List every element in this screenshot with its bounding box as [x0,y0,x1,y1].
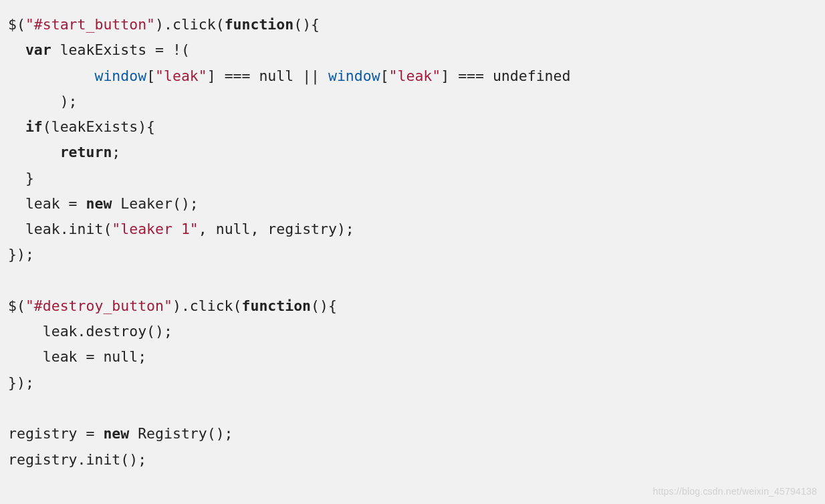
string-token: "#start_button" [25,16,155,33]
keyword-token: return [60,144,112,160]
identifier-token: window [94,68,146,84]
string-token: "leak" [155,68,207,84]
string-token: "leak" [389,68,441,84]
string-token: "leaker 1" [112,221,198,237]
keyword-token: new [86,195,112,212]
watermark-text: https://blog.csdn.net/weixin_45794138 [653,483,817,500]
keyword-token: function [225,16,294,33]
keyword-token: new [103,425,129,442]
keyword-token: var [25,41,51,58]
string-token: "#destroy_button" [25,297,172,314]
identifier-token: window [328,68,380,84]
code-block: $("#start_button").click(function(){ var… [0,0,825,475]
keyword-token: if [25,118,43,135]
keyword-token: function [242,297,312,314]
